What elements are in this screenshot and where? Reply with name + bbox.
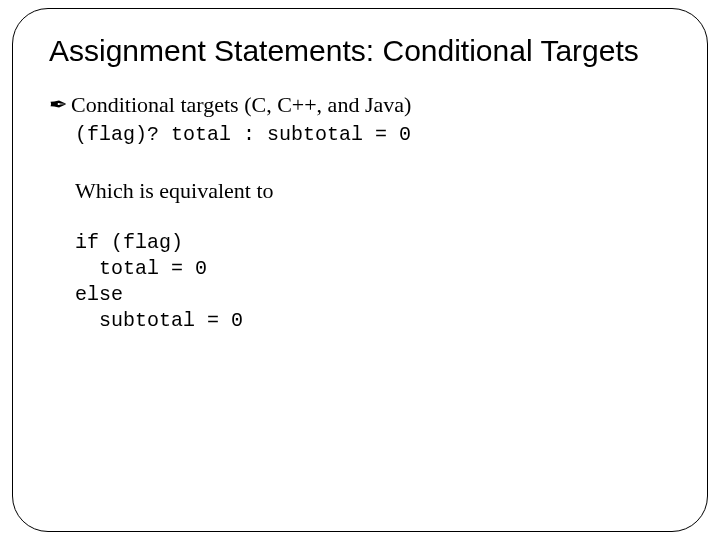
code-if-else: if (flag) total = 0 else subtotal = 0: [75, 230, 675, 334]
code-ternary: (flag)? total : subtotal = 0: [75, 122, 675, 148]
slide-title: Assignment Statements: Conditional Targe…: [49, 33, 675, 69]
bullet-icon: ✒: [49, 91, 67, 120]
slide-frame: Assignment Statements: Conditional Targe…: [12, 8, 708, 532]
bullet-item: ✒ Conditional targets (C, C++, and Java): [49, 91, 675, 120]
equivalent-label: Which is equivalent to: [75, 178, 675, 204]
bullet-text: Conditional targets (C, C++, and Java): [71, 91, 411, 120]
